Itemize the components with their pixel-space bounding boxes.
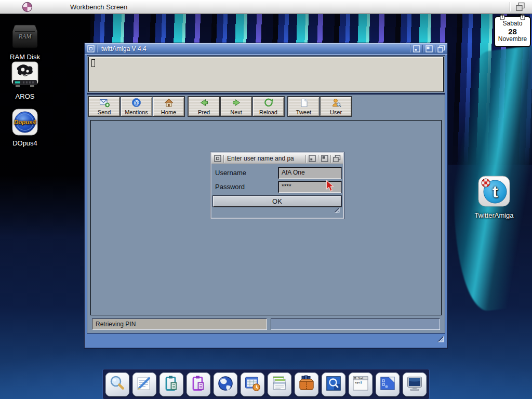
clipboard-purple-icon	[189, 374, 208, 394]
dock-shell-button[interactable]: Shell sys:	[349, 373, 373, 396]
dock-editor-button[interactable]	[132, 373, 156, 396]
toolbar-button-label: Send	[98, 109, 111, 115]
dock-monitor-button[interactable]	[403, 373, 427, 396]
depth-gadget-icon[interactable]	[436, 45, 446, 52]
dialog-body: Username AfA One Password **** OK	[211, 164, 343, 218]
desktop-icon-label: DOpus4	[12, 139, 37, 147]
text-caret	[91, 59, 95, 67]
dock-magnifier-button[interactable]	[105, 373, 129, 396]
dock-windows-button[interactable]	[268, 373, 291, 396]
pred-button[interactable]: Pred	[188, 97, 220, 116]
window-titlebar[interactable]: twittAmiga V 4.4	[85, 43, 447, 54]
svg-text:@: @	[134, 99, 139, 105]
send-button[interactable]: Send	[88, 97, 120, 116]
password-row: Password ****	[213, 181, 341, 193]
desktop-icon-twitteramiga[interactable]: t TwitterAmiga	[473, 175, 515, 219]
toolbar-group-mail: Send @ Mentions	[88, 96, 185, 117]
monitor-icon	[405, 374, 424, 394]
depth-gadget-icon[interactable]	[332, 155, 342, 163]
aros-disk-icon	[10, 60, 39, 91]
dock-clipboard-purple-button[interactable]	[187, 373, 210, 396]
desktop-icon-label: TwitterAmiga	[474, 211, 513, 219]
magnifier-icon	[108, 374, 127, 394]
dialog-resize-handle[interactable]	[334, 206, 340, 216]
home-icon	[164, 98, 174, 109]
user-search-icon	[331, 98, 341, 109]
dock-clipboard-teal-button[interactable]	[159, 373, 183, 396]
dopus-icon-text: Dopus4	[14, 119, 36, 125]
screen-depth-gadget[interactable]	[515, 2, 525, 14]
user-button[interactable]: User	[320, 97, 352, 116]
calendar-pin-icon	[500, 13, 505, 22]
dock-calendar-button[interactable]	[241, 373, 264, 396]
window-title: twittAmiga V 4.4	[101, 45, 410, 52]
calendar-widget[interactable]: Sabato 28 Novembre	[494, 16, 531, 47]
dialog-title: Enter user name and pa	[227, 155, 305, 162]
at-mention-icon: @	[131, 98, 141, 109]
window-resize-handle[interactable]	[437, 335, 445, 345]
username-label: Username	[213, 169, 278, 177]
desktop-icon-ram-disk[interactable]: RAM RAM Disk	[4, 24, 46, 61]
toolbar-button-label: Next	[230, 109, 242, 115]
prefs-window-icon	[378, 374, 397, 394]
shell-icon: Shell sys:	[351, 374, 370, 394]
dock-prefs-button[interactable]	[376, 373, 400, 396]
calendar-day: 28	[508, 28, 517, 36]
dock-search-button[interactable]	[322, 373, 345, 396]
toolbar-button-label: Reload	[259, 109, 277, 115]
ram-disk-icon: RAM	[11, 24, 39, 51]
ok-button[interactable]: OK	[213, 196, 341, 207]
twitteramiga-icon: t	[477, 175, 511, 210]
send-mail-icon	[99, 98, 110, 109]
calendar-pin-icon	[520, 13, 525, 22]
calendar-month: Novembre	[498, 36, 527, 43]
text-editor-icon	[135, 374, 154, 394]
titlebar-divider	[318, 155, 318, 163]
titlebar-divider	[305, 155, 306, 163]
toolbar-button-label: Mentions	[125, 109, 148, 115]
iconify-gadget-icon[interactable]	[411, 45, 421, 52]
tweet-button[interactable]: Tweet	[288, 97, 320, 116]
desktop-icon-label: AROS	[16, 92, 35, 100]
titlebar-divider	[97, 45, 97, 52]
dopus4-icon: Dopus4	[11, 108, 38, 138]
reload-icon	[263, 98, 274, 109]
home-button[interactable]: Home	[153, 97, 184, 116]
compose-textarea[interactable]	[88, 57, 444, 92]
toolbar-group-nav: Pred Next	[188, 96, 285, 117]
status-bar: Retrieving PIN	[92, 318, 440, 330]
dock-bar: Shell sys:	[103, 369, 429, 399]
close-gadget-icon[interactable]	[212, 155, 222, 163]
status-field-right	[271, 318, 440, 330]
dock-browser-button[interactable]	[214, 373, 237, 396]
username-row: Username AfA One	[213, 167, 341, 179]
titlebar-divider	[410, 45, 410, 52]
close-gadget-icon[interactable]	[86, 45, 96, 52]
iconify-gadget-icon[interactable]	[307, 155, 317, 163]
reload-button[interactable]: Reload	[252, 97, 284, 116]
desktop-icon-aros[interactable]: AROS	[5, 60, 45, 100]
toolbar-button-label: Home	[161, 109, 176, 115]
mentions-button[interactable]: @ Mentions	[121, 97, 152, 116]
screen-titlebar[interactable]: Workbench Screen	[0, 0, 532, 14]
status-field-left: Retrieving PIN	[92, 318, 267, 330]
desktop-icon-dopus4[interactable]: Dopus4 DOpus4	[4, 108, 46, 147]
titlebar-divider	[435, 45, 435, 52]
next-button[interactable]: Next	[220, 97, 252, 116]
toolbar-button-label: Tweet	[296, 109, 311, 115]
mouse-cursor-icon	[326, 180, 336, 195]
toolbar-group-actions: Tweet User	[287, 96, 352, 117]
username-input[interactable]: AfA One	[278, 167, 341, 179]
titlebar-divider	[223, 155, 224, 163]
dialog-titlebar[interactable]: Enter user name and pa	[211, 153, 343, 164]
password-label: Password	[213, 183, 278, 191]
zoom-gadget-icon[interactable]	[424, 45, 434, 52]
zoom-gadget-icon[interactable]	[320, 155, 329, 163]
windows-stack-icon	[270, 374, 289, 394]
toolbar-button-label: User	[330, 109, 342, 115]
login-dialog: Enter user name and pa Username AfA	[210, 152, 344, 219]
archiver-icon	[297, 374, 316, 394]
toolbar: Send @ Mentions	[87, 95, 445, 119]
aros-logo-icon	[22, 2, 33, 15]
dock-archiver-button[interactable]	[295, 373, 318, 396]
